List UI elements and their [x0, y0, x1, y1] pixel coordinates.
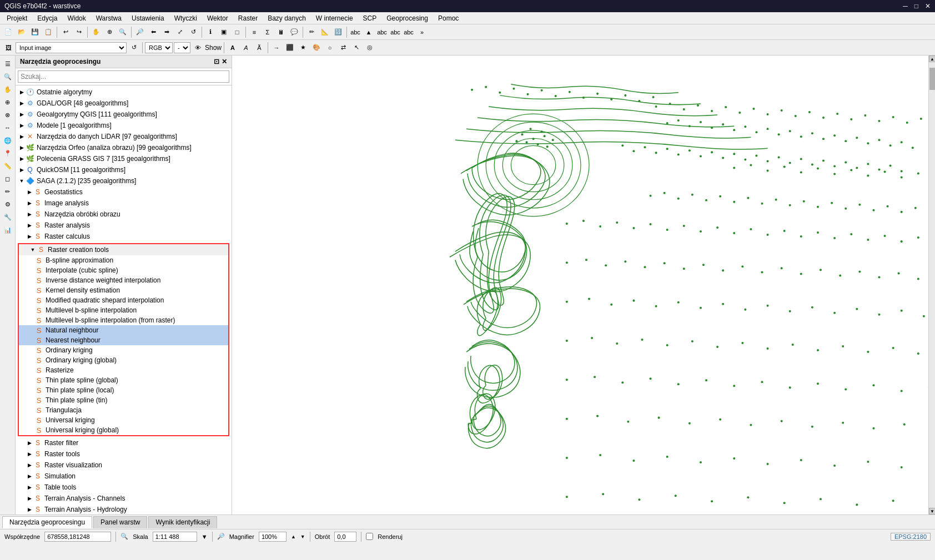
- maximize-button[interactable]: □: [914, 2, 918, 10]
- item-multilevel-raster[interactable]: S Multilevel b-spline interpolation (fro…: [19, 315, 228, 325]
- tool-btn-7[interactable]: 📍: [2, 147, 14, 159]
- item-ordinary[interactable]: S Ordinary kriging: [19, 345, 228, 355]
- tab-panel-warstw[interactable]: Panel warstw: [93, 516, 147, 528]
- tree-item-raster-calc[interactable]: ▶ S Raster calculus: [16, 231, 232, 242]
- render-checkbox[interactable]: [366, 533, 373, 540]
- zoom-next-button[interactable]: ➡: [160, 26, 173, 38]
- item-natural[interactable]: S Natural neighbour: [19, 325, 228, 335]
- font-a-button[interactable]: A: [227, 42, 239, 54]
- pan-map2-button[interactable]: ⊕: [103, 26, 115, 38]
- color-btn[interactable]: 🎨: [310, 42, 323, 54]
- tool-btn-9[interactable]: ◻: [2, 173, 14, 185]
- font-a2-button[interactable]: A: [240, 42, 252, 54]
- magnifier-up[interactable]: ▲: [291, 534, 296, 539]
- tool-btn-13[interactable]: 📊: [2, 224, 14, 236]
- item-triangulacja[interactable]: S Triangulacja: [19, 405, 228, 415]
- circle2-btn[interactable]: ◎: [364, 42, 376, 54]
- field-calc-button[interactable]: 🔢: [332, 26, 344, 38]
- map-canvas[interactable]: [232, 56, 935, 514]
- item-nearest[interactable]: S Nearest neighbour: [19, 335, 228, 345]
- tip-button[interactable]: 💬: [288, 26, 300, 38]
- refresh-layer-button[interactable]: ↺: [128, 42, 140, 54]
- cursor-btn[interactable]: ↖: [350, 42, 363, 54]
- menu-projekt[interactable]: Projekt: [2, 13, 32, 23]
- scroll-up-btn[interactable]: ▲: [929, 56, 935, 62]
- geo-panel-float[interactable]: ⊡: [214, 58, 219, 65]
- menu-ustawienia[interactable]: Ustawienia: [127, 13, 169, 23]
- tree-item-terrain-hydro[interactable]: ▶ S Terrain Analysis - Hydrology: [16, 504, 232, 514]
- menu-warstwa[interactable]: Warstwa: [92, 13, 126, 23]
- tree-item-raster-creation[interactable]: ▼ S Raster creation tools: [19, 244, 228, 255]
- item-idw[interactable]: S Inverse distance weighted interpolatio…: [19, 275, 228, 285]
- magnifier-input[interactable]: [259, 532, 286, 542]
- right-scrollbar[interactable]: ▲ ▼: [928, 56, 935, 514]
- minimize-button[interactable]: ─: [903, 2, 908, 10]
- menu-scp[interactable]: SCP: [359, 13, 381, 23]
- layer-select[interactable]: Input image: [16, 42, 127, 53]
- magnifier-down[interactable]: ▼: [300, 534, 305, 539]
- rotation-input[interactable]: [334, 532, 356, 542]
- more-button[interactable]: »: [416, 26, 428, 38]
- tool-btn-8[interactable]: 📏: [2, 160, 14, 172]
- save-project-button[interactable]: 💾: [29, 26, 41, 38]
- save-as-button[interactable]: 📋: [42, 26, 54, 38]
- tool-btn-4[interactable]: ⊗: [2, 109, 14, 121]
- item-universal[interactable]: S Universal kriging: [19, 415, 228, 425]
- tree-item-saga[interactable]: ▼ 🔷 SAGA (2.1.2) [235 geoalgorithms]: [16, 175, 232, 186]
- refresh-button[interactable]: ↺: [187, 26, 199, 38]
- zoom-in-button[interactable]: 🔎: [134, 26, 146, 38]
- color-mode-select[interactable]: RGB: [145, 42, 173, 53]
- item-tps-global[interactable]: S Thin plate spline (global): [19, 375, 228, 385]
- arrow2-btn[interactable]: ⇄: [337, 42, 349, 54]
- stat-button[interactable]: Σ: [262, 26, 274, 38]
- item-ordinary-global[interactable]: S Ordinary kriging (global): [19, 355, 228, 365]
- tool-btn-1[interactable]: 🔍: [2, 70, 14, 83]
- plugin-btn1[interactable]: abc: [349, 26, 361, 38]
- tree-item-raster-analysis[interactable]: ▶ S Raster analysis: [16, 220, 232, 231]
- circle-btn[interactable]: ○: [324, 42, 336, 54]
- zoom-full-button[interactable]: ⤢: [174, 26, 186, 38]
- tree-item-table-tools[interactable]: ▶ S Table tools: [16, 482, 232, 493]
- open-attr-button[interactable]: ≡: [248, 26, 260, 38]
- digitize-button[interactable]: 📐: [319, 26, 331, 38]
- menu-raster[interactable]: Raster: [234, 13, 262, 23]
- tool-btn-11[interactable]: ⚙: [2, 198, 14, 210]
- identify-button[interactable]: ℹ: [204, 26, 217, 38]
- close-button[interactable]: ✕: [925, 2, 931, 10]
- tree-item-terrain-channels[interactable]: ▶ S Terrain Analysis - Channels: [16, 493, 232, 504]
- tree-item-geostat[interactable]: ▶ S Geostatistics: [16, 186, 232, 198]
- coord-input[interactable]: [44, 532, 111, 542]
- menu-wtyczki[interactable]: Wtyczki: [170, 13, 202, 23]
- plugin-btn3[interactable]: abc: [376, 26, 388, 38]
- undo-button[interactable]: ↩: [59, 26, 72, 38]
- tree-item-lidar[interactable]: ▶ ✕ Narzędzia do danych LiDAR [97 geoalg…: [16, 131, 232, 142]
- redo-button[interactable]: ↪: [73, 26, 85, 38]
- tree-item-raster-vis[interactable]: ▶ S Raster visualization: [16, 460, 232, 471]
- menu-edycja[interactable]: Edycja: [33, 13, 62, 23]
- tab-narzedzia[interactable]: Narzędzia geoprocesingu: [2, 516, 92, 528]
- tool-btn-2[interactable]: ✋: [2, 83, 14, 95]
- menu-widok[interactable]: Widok: [63, 13, 90, 23]
- item-universal-global[interactable]: S Universal kriging (global): [19, 425, 228, 435]
- tree-item-orfeo[interactable]: ▶ 🌿 Narzędzia Orfeo (analiza obrazu) [99…: [16, 142, 232, 153]
- tool-btn-6[interactable]: 🌐: [2, 134, 14, 147]
- calc-button[interactable]: 🖩: [275, 26, 287, 38]
- select-button[interactable]: ▣: [218, 26, 230, 38]
- layer-panel-btn[interactable]: ☰: [2, 58, 14, 70]
- tree-item-image[interactable]: ▶ S Image analysis: [16, 198, 232, 209]
- band-select[interactable]: -: [174, 42, 190, 53]
- tree-item-raster-tools[interactable]: ▶ S Raster tools: [16, 448, 232, 460]
- menu-pomoc[interactable]: Pomoc: [434, 13, 463, 23]
- item-bspline[interactable]: S B-spline approximation: [19, 255, 228, 265]
- font-a3-button[interactable]: Ã: [253, 42, 265, 54]
- menu-w-internecie[interactable]: W internecie: [311, 13, 358, 23]
- tree-item-qgis[interactable]: ▶ ⚙ Geoalgorytmy QGIS [111 geoalgorithms…: [16, 109, 232, 120]
- item-cubic[interactable]: S Interpolate (cubic spline): [19, 265, 228, 275]
- deselect-button[interactable]: □: [231, 26, 243, 38]
- plugin-btn2[interactable]: ▲: [363, 26, 375, 38]
- new-project-button[interactable]: 📄: [2, 26, 14, 38]
- search-input[interactable]: [18, 70, 229, 83]
- zoom-last-button[interactable]: ⬅: [147, 26, 159, 38]
- open-project-button[interactable]: 📂: [16, 26, 28, 38]
- tree-item-simulation[interactable]: ▶ S Simulation: [16, 471, 232, 482]
